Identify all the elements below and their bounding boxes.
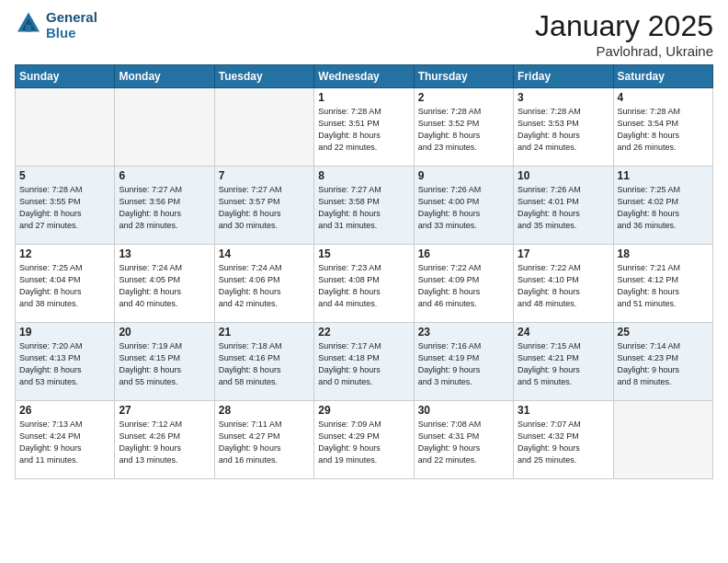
day-number: 29	[318, 404, 409, 417]
calendar-week-row: 1Sunrise: 7:28 AMSunset: 3:51 PMDaylight…	[16, 88, 713, 167]
col-wednesday: Wednesday	[314, 65, 414, 88]
day-info: Sunrise: 7:17 AMSunset: 4:18 PMDaylight:…	[318, 340, 409, 388]
day-number: 4	[618, 91, 709, 104]
day-info: Sunrise: 7:28 AMSunset: 3:53 PMDaylight:…	[518, 106, 609, 154]
day-number: 14	[219, 247, 310, 260]
logo-icon	[15, 11, 42, 39]
calendar-cell: 21Sunrise: 7:18 AMSunset: 4:16 PMDayligh…	[214, 323, 313, 401]
day-info: Sunrise: 7:20 AMSunset: 4:13 PMDaylight:…	[19, 340, 110, 388]
month-title: January 2025	[535, 9, 713, 43]
day-number: 18	[618, 247, 709, 260]
day-number: 23	[418, 326, 509, 339]
calendar-cell: 11Sunrise: 7:25 AMSunset: 4:02 PMDayligh…	[613, 167, 712, 245]
logo-text: General Blue	[46, 9, 97, 40]
svg-rect-2	[26, 25, 31, 32]
day-number: 5	[19, 169, 110, 182]
calendar-week-row: 19Sunrise: 7:20 AMSunset: 4:13 PMDayligh…	[16, 323, 713, 401]
day-info: Sunrise: 7:16 AMSunset: 4:19 PMDaylight:…	[418, 340, 509, 388]
day-info: Sunrise: 7:22 AMSunset: 4:09 PMDaylight:…	[418, 262, 509, 310]
calendar-cell: 8Sunrise: 7:27 AMSunset: 3:58 PMDaylight…	[314, 167, 414, 245]
calendar-cell	[613, 401, 712, 479]
day-info: Sunrise: 7:23 AMSunset: 4:08 PMDaylight:…	[318, 262, 409, 310]
day-info: Sunrise: 7:12 AMSunset: 4:26 PMDaylight:…	[119, 419, 210, 466]
calendar-cell: 16Sunrise: 7:22 AMSunset: 4:09 PMDayligh…	[414, 245, 513, 323]
calendar-cell: 15Sunrise: 7:23 AMSunset: 4:08 PMDayligh…	[314, 245, 414, 323]
calendar: Sunday Monday Tuesday Wednesday Thursday…	[15, 64, 713, 479]
day-info: Sunrise: 7:25 AMSunset: 4:04 PMDaylight:…	[19, 262, 110, 310]
col-saturday: Saturday	[613, 65, 712, 88]
calendar-cell	[115, 88, 214, 167]
day-number: 8	[318, 169, 409, 182]
day-info: Sunrise: 7:24 AMSunset: 4:05 PMDaylight:…	[119, 262, 210, 310]
calendar-cell: 17Sunrise: 7:22 AMSunset: 4:10 PMDayligh…	[514, 245, 613, 323]
day-info: Sunrise: 7:28 AMSunset: 3:52 PMDaylight:…	[418, 106, 509, 154]
day-info: Sunrise: 7:26 AMSunset: 4:01 PMDaylight:…	[518, 184, 609, 232]
day-number: 15	[318, 247, 409, 260]
day-info: Sunrise: 7:28 AMSunset: 3:55 PMDaylight:…	[19, 184, 110, 232]
day-info: Sunrise: 7:18 AMSunset: 4:16 PMDaylight:…	[219, 340, 310, 388]
day-info: Sunrise: 7:19 AMSunset: 4:15 PMDaylight:…	[119, 340, 210, 388]
day-number: 13	[119, 247, 210, 260]
day-info: Sunrise: 7:24 AMSunset: 4:06 PMDaylight:…	[219, 262, 310, 310]
header: General Blue January 2025 Pavlohrad, Ukr…	[15, 9, 713, 59]
day-number: 11	[618, 169, 709, 182]
day-info: Sunrise: 7:22 AMSunset: 4:10 PMDaylight:…	[518, 262, 609, 310]
day-info: Sunrise: 7:28 AMSunset: 3:51 PMDaylight:…	[318, 106, 409, 154]
calendar-week-row: 5Sunrise: 7:28 AMSunset: 3:55 PMDaylight…	[16, 167, 713, 245]
day-info: Sunrise: 7:11 AMSunset: 4:27 PMDaylight:…	[219, 419, 310, 466]
location: Pavlohrad, Ukraine	[535, 43, 713, 59]
calendar-cell: 27Sunrise: 7:12 AMSunset: 4:26 PMDayligh…	[115, 401, 214, 479]
calendar-header-row: Sunday Monday Tuesday Wednesday Thursday…	[16, 65, 713, 88]
day-info: Sunrise: 7:14 AMSunset: 4:23 PMDaylight:…	[618, 340, 709, 388]
calendar-cell: 14Sunrise: 7:24 AMSunset: 4:06 PMDayligh…	[214, 245, 313, 323]
calendar-cell: 13Sunrise: 7:24 AMSunset: 4:05 PMDayligh…	[115, 245, 214, 323]
day-number: 3	[518, 91, 609, 104]
day-number: 25	[618, 326, 709, 339]
calendar-cell: 31Sunrise: 7:07 AMSunset: 4:32 PMDayligh…	[514, 401, 613, 479]
calendar-cell: 7Sunrise: 7:27 AMSunset: 3:57 PMDaylight…	[214, 167, 313, 245]
day-number: 2	[418, 91, 509, 104]
day-number: 20	[119, 326, 210, 339]
day-number: 16	[418, 247, 509, 260]
day-info: Sunrise: 7:09 AMSunset: 4:29 PMDaylight:…	[318, 419, 409, 466]
day-number: 17	[518, 247, 609, 260]
calendar-cell: 18Sunrise: 7:21 AMSunset: 4:12 PMDayligh…	[613, 245, 712, 323]
title-block: January 2025 Pavlohrad, Ukraine	[535, 9, 713, 59]
calendar-cell: 3Sunrise: 7:28 AMSunset: 3:53 PMDaylight…	[514, 88, 613, 167]
day-number: 30	[418, 404, 509, 417]
day-number: 21	[219, 326, 310, 339]
day-number: 27	[119, 404, 210, 417]
calendar-cell: 23Sunrise: 7:16 AMSunset: 4:19 PMDayligh…	[414, 323, 513, 401]
calendar-cell: 5Sunrise: 7:28 AMSunset: 3:55 PMDaylight…	[16, 167, 115, 245]
day-info: Sunrise: 7:27 AMSunset: 3:57 PMDaylight:…	[219, 184, 310, 232]
calendar-cell: 2Sunrise: 7:28 AMSunset: 3:52 PMDaylight…	[414, 88, 513, 167]
day-number: 1	[318, 91, 409, 104]
calendar-cell: 25Sunrise: 7:14 AMSunset: 4:23 PMDayligh…	[613, 323, 712, 401]
day-info: Sunrise: 7:08 AMSunset: 4:31 PMDaylight:…	[418, 419, 509, 466]
calendar-cell: 12Sunrise: 7:25 AMSunset: 4:04 PMDayligh…	[16, 245, 115, 323]
day-info: Sunrise: 7:27 AMSunset: 3:56 PMDaylight:…	[119, 184, 210, 232]
calendar-cell: 30Sunrise: 7:08 AMSunset: 4:31 PMDayligh…	[414, 401, 513, 479]
day-info: Sunrise: 7:07 AMSunset: 4:32 PMDaylight:…	[518, 419, 609, 466]
logo: General Blue	[15, 9, 97, 40]
calendar-cell: 1Sunrise: 7:28 AMSunset: 3:51 PMDaylight…	[314, 88, 414, 167]
day-info: Sunrise: 7:26 AMSunset: 4:00 PMDaylight:…	[418, 184, 509, 232]
day-info: Sunrise: 7:15 AMSunset: 4:21 PMDaylight:…	[518, 340, 609, 388]
calendar-cell: 19Sunrise: 7:20 AMSunset: 4:13 PMDayligh…	[16, 323, 115, 401]
calendar-week-row: 12Sunrise: 7:25 AMSunset: 4:04 PMDayligh…	[16, 245, 713, 323]
calendar-week-row: 26Sunrise: 7:13 AMSunset: 4:24 PMDayligh…	[16, 401, 713, 479]
calendar-cell: 22Sunrise: 7:17 AMSunset: 4:18 PMDayligh…	[314, 323, 414, 401]
col-thursday: Thursday	[414, 65, 513, 88]
day-info: Sunrise: 7:21 AMSunset: 4:12 PMDaylight:…	[618, 262, 709, 310]
day-number: 12	[19, 247, 110, 260]
calendar-cell: 9Sunrise: 7:26 AMSunset: 4:00 PMDaylight…	[414, 167, 513, 245]
calendar-cell: 24Sunrise: 7:15 AMSunset: 4:21 PMDayligh…	[514, 323, 613, 401]
day-info: Sunrise: 7:13 AMSunset: 4:24 PMDaylight:…	[19, 419, 110, 466]
col-friday: Friday	[514, 65, 613, 88]
day-number: 19	[19, 326, 110, 339]
day-number: 31	[518, 404, 609, 417]
calendar-cell: 10Sunrise: 7:26 AMSunset: 4:01 PMDayligh…	[514, 167, 613, 245]
day-number: 9	[418, 169, 509, 182]
calendar-cell: 26Sunrise: 7:13 AMSunset: 4:24 PMDayligh…	[16, 401, 115, 479]
day-info: Sunrise: 7:27 AMSunset: 3:58 PMDaylight:…	[318, 184, 409, 232]
